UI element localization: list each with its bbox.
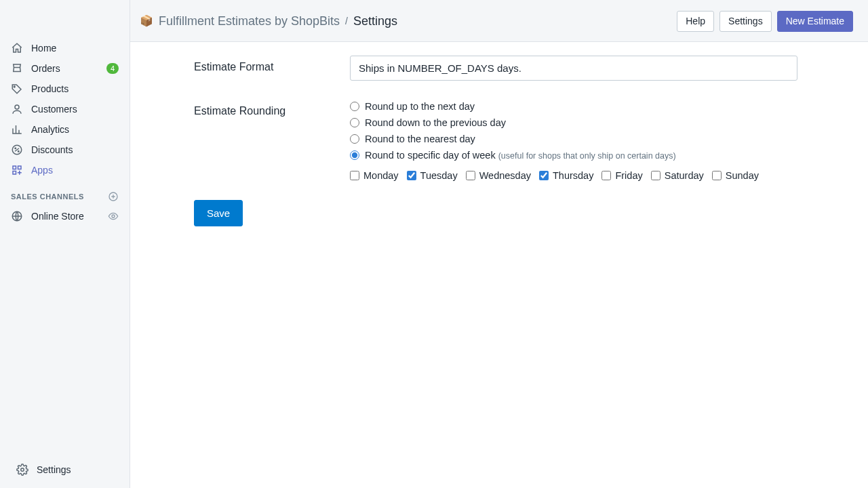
- topbar: 📦 Fulfillment Estimates by ShopBits / Se…: [130, 0, 868, 42]
- main-area: 📦 Fulfillment Estimates by ShopBits / Se…: [130, 0, 868, 488]
- add-channel-icon[interactable]: [108, 191, 119, 202]
- nav-label: Orders: [31, 63, 60, 74]
- rounding-radio-nearest[interactable]: [350, 134, 359, 144]
- save-button[interactable]: Save: [194, 200, 243, 226]
- day-label: Thursday: [553, 170, 593, 181]
- rounding-radio-up[interactable]: [350, 102, 359, 111]
- person-icon: [11, 103, 23, 115]
- eye-icon[interactable]: [108, 211, 119, 222]
- help-button[interactable]: Help: [677, 11, 714, 32]
- nav-item-products[interactable]: Products: [5, 79, 124, 99]
- package-icon: 📦: [140, 16, 153, 26]
- day-label: Monday: [363, 170, 399, 181]
- store-icon: [11, 210, 23, 222]
- nav-item-home[interactable]: Home: [5, 38, 124, 58]
- discount-icon: [11, 144, 23, 156]
- day-checkbox-tuesday[interactable]: [407, 171, 416, 180]
- nav-item-settings[interactable]: Settings: [11, 460, 119, 480]
- nav-label: Home: [31, 43, 56, 54]
- orders-icon: [11, 62, 23, 75]
- days-row: Monday Tuesday Wednesday Thursday: [350, 166, 845, 181]
- estimate-format-input[interactable]: [350, 56, 797, 81]
- topbar-actions: Help Settings New Estimate: [677, 11, 853, 32]
- nav-label: Settings: [37, 464, 71, 475]
- nav-label: Discounts: [31, 144, 73, 155]
- rounding-option-specific-day[interactable]: Round to specific day of week (useful fo…: [350, 150, 845, 161]
- day-label: Friday: [615, 170, 642, 181]
- sales-channels-heading: SALES CHANNELS: [0, 180, 130, 206]
- day-checkbox-sunday[interactable]: [712, 171, 722, 180]
- day-sunday[interactable]: Sunday: [712, 170, 759, 181]
- nav-item-analytics[interactable]: Analytics: [5, 119, 124, 140]
- rounding-option-hint: (useful for shops that only ship on cert…: [498, 151, 676, 161]
- breadcrumb: 📦 Fulfillment Estimates by ShopBits: [140, 14, 340, 28]
- rounding-option-nearest[interactable]: Round to the nearest day: [350, 134, 845, 144]
- breadcrumb-current: Settings: [353, 14, 397, 28]
- day-checkbox-wednesday[interactable]: [466, 171, 475, 180]
- breadcrumb-separator: /: [345, 16, 348, 26]
- apps-icon: [11, 164, 23, 176]
- estimate-rounding-label: Estimate Rounding: [194, 100, 350, 181]
- settings-button[interactable]: Settings: [719, 11, 772, 32]
- rounding-option-up[interactable]: Round up to the next day: [350, 101, 845, 112]
- rounding-option-label: Round up to the next day: [365, 101, 475, 112]
- day-thursday[interactable]: Thursday: [539, 170, 593, 181]
- nav-label: Apps: [31, 165, 53, 176]
- rounding-option-label: Round to specific day of week: [365, 150, 496, 161]
- nav-item-orders[interactable]: Orders 4: [5, 58, 124, 79]
- svg-point-3: [15, 148, 16, 149]
- breadcrumb-app[interactable]: Fulfillment Estimates by ShopBits: [159, 14, 340, 28]
- tag-icon: [11, 83, 23, 95]
- day-wednesday[interactable]: Wednesday: [466, 170, 531, 181]
- nav-label: Products: [31, 83, 68, 94]
- svg-point-11: [21, 468, 24, 472]
- day-checkbox-saturday[interactable]: [651, 171, 660, 180]
- svg-point-10: [112, 215, 115, 218]
- sidebar: Home Orders 4 Products Customers Analy: [0, 0, 130, 488]
- day-checkbox-thursday[interactable]: [539, 171, 549, 180]
- analytics-icon: [11, 123, 23, 136]
- rounding-option-label: Round down to the previous day: [365, 117, 506, 128]
- svg-point-0: [14, 86, 15, 87]
- gear-icon: [16, 464, 28, 476]
- rounding-option-label: Round to the nearest day: [365, 134, 475, 144]
- rounding-radio-down[interactable]: [350, 118, 359, 127]
- rounding-option-down[interactable]: Round down to the previous day: [350, 117, 845, 128]
- day-label: Sunday: [726, 170, 759, 181]
- channels-nav: Online Store: [0, 206, 130, 226]
- home-icon: [11, 42, 23, 54]
- day-label: Tuesday: [420, 170, 458, 181]
- day-monday[interactable]: Monday: [350, 170, 399, 181]
- content: Estimate Format Estimate Rounding Round …: [130, 42, 868, 488]
- nav-label: Online Store: [31, 211, 84, 222]
- primary-nav: Home Orders 4 Products Customers Analy: [0, 38, 130, 180]
- day-friday[interactable]: Friday: [601, 170, 642, 181]
- day-label: Saturday: [665, 170, 704, 181]
- orders-badge: 4: [106, 63, 119, 74]
- new-estimate-button[interactable]: New Estimate: [777, 11, 853, 32]
- svg-point-4: [18, 151, 20, 152]
- nav-label: Customers: [31, 104, 77, 115]
- day-checkbox-monday[interactable]: [350, 171, 359, 180]
- nav-item-discounts[interactable]: Discounts: [5, 140, 124, 160]
- nav-item-apps[interactable]: Apps: [5, 160, 124, 180]
- day-tuesday[interactable]: Tuesday: [407, 170, 458, 181]
- section-label-text: SALES CHANNELS: [11, 192, 84, 201]
- svg-rect-5: [13, 166, 16, 169]
- rounding-radio-specific-day[interactable]: [350, 150, 359, 160]
- day-saturday[interactable]: Saturday: [651, 170, 704, 181]
- estimate-format-label: Estimate Format: [194, 56, 350, 81]
- svg-rect-6: [18, 166, 22, 169]
- nav-label: Analytics: [31, 124, 69, 135]
- nav-item-online-store[interactable]: Online Store: [5, 206, 124, 226]
- svg-point-1: [15, 105, 19, 109]
- svg-rect-7: [13, 171, 16, 175]
- day-label: Wednesday: [479, 170, 531, 181]
- day-checkbox-friday[interactable]: [601, 171, 611, 180]
- rounding-radio-group: Round up to the next day Round down to t…: [350, 100, 845, 181]
- nav-item-customers[interactable]: Customers: [5, 99, 124, 119]
